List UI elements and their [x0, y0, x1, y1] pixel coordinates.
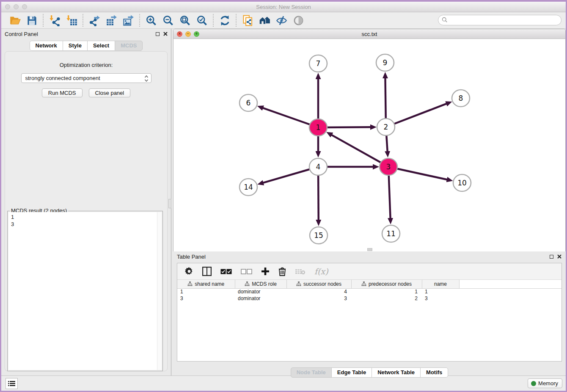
window-title: Session: New Session [1, 4, 566, 10]
import-network-icon[interactable] [48, 14, 61, 27]
table-row[interactable]: 3dominator323 [177, 295, 561, 302]
network-window-title: scc.txt [173, 31, 565, 37]
home-view-icon[interactable] [258, 14, 271, 27]
network-view-window: scc.txt × − + 7968124314101511 [173, 29, 566, 251]
optimization-criterion-label: Optimization criterion: [5, 62, 167, 68]
tab-motifs[interactable]: Motifs [420, 367, 448, 378]
node-table-container: f(x) shared nameMCDS rolesuccessor nodes… [177, 263, 562, 362]
table-cell[interactable]: dominator [235, 295, 286, 302]
tab-edge-table[interactable]: Edge Table [331, 367, 372, 378]
node-label-15: 15 [314, 231, 323, 240]
mcds-panel-body: Optimization criterion: strongly connect… [5, 51, 168, 371]
criterion-dropdown[interactable]: strongly connected component [21, 73, 151, 83]
add-column-icon[interactable] [261, 266, 270, 277]
tab-select[interactable]: Select [87, 41, 115, 51]
table-toolbar: f(x) [177, 263, 561, 280]
node-label-9: 9 [383, 58, 388, 67]
tab-style[interactable]: Style [63, 41, 88, 51]
table-cell[interactable]: 2 [351, 295, 422, 302]
result-scrollbar[interactable] [157, 212, 162, 370]
import-table-icon[interactable] [65, 14, 78, 27]
tab-node-table[interactable]: Node Table [291, 367, 332, 378]
node-label-3: 3 [386, 163, 391, 171]
node-label-11: 11 [386, 229, 396, 238]
close-panel-icon[interactable] [163, 32, 168, 36]
control-panel-tabs: NetworkStyleSelectMCDS [1, 41, 171, 51]
splitter-grip[interactable] [168, 199, 171, 208]
column-header-name[interactable]: name [422, 280, 459, 288]
memory-button[interactable]: Memory [528, 378, 562, 388]
mcds-result-text[interactable]: 1 3 [8, 212, 162, 370]
float-table-panel-icon[interactable] [550, 255, 553, 259]
statusbar: Memory [1, 375, 566, 391]
settings-gear-icon[interactable] [185, 266, 193, 277]
node-label-2: 2 [384, 123, 388, 131]
search-icon [442, 17, 448, 23]
run-mcds-button[interactable]: Run MCDS [42, 88, 83, 97]
table-cell-empty [459, 288, 561, 295]
main-toolbar [1, 12, 566, 29]
delete-table-icon-disabled [295, 266, 306, 277]
close-panel-button[interactable]: Close panel [89, 88, 131, 97]
function-builder-icon-disabled: f(x) [314, 266, 328, 277]
export-table-icon[interactable] [105, 14, 118, 27]
chevron-up-down-icon [144, 75, 149, 82]
duplicate-network-icon[interactable] [241, 14, 254, 27]
node-label-4: 4 [316, 163, 321, 171]
export-network-icon[interactable] [88, 14, 101, 27]
search-input[interactable] [438, 15, 561, 25]
network-canvas[interactable]: 7968124314101511 [173, 39, 565, 251]
split-column-icon[interactable] [202, 266, 212, 277]
table-cell[interactable]: 1 [351, 288, 422, 295]
table-cell[interactable]: 3 [286, 295, 351, 302]
close-table-panel-icon[interactable] [557, 254, 561, 259]
refresh-layout-icon[interactable] [218, 14, 231, 27]
open-session-icon[interactable] [8, 14, 21, 27]
canvas-scrollbar-grip[interactable] [367, 248, 372, 251]
edge-3-1[interactable] [331, 135, 388, 167]
table-panel: Table Panel [173, 251, 566, 375]
table-cell[interactable]: 3 [422, 295, 459, 302]
task-history-button[interactable] [6, 378, 18, 389]
memory-button-label: Memory [538, 380, 558, 386]
deselect-all-checkboxes-icon[interactable] [241, 266, 252, 277]
search-field [438, 15, 561, 25]
show-graphics-details-icon[interactable] [292, 14, 305, 27]
node-table[interactable]: shared nameMCDS rolesuccessor nodesprede… [177, 280, 561, 302]
edge-2-8[interactable] [386, 104, 446, 127]
column-header-predecessor-nodes[interactable]: predecessor nodes [351, 280, 422, 288]
memory-status-icon [531, 381, 536, 386]
zoom-selected-icon[interactable] [195, 14, 208, 27]
network-graph[interactable]: 7968124314101511 [173, 39, 565, 251]
zoom-in-icon[interactable] [145, 14, 157, 27]
save-session-icon[interactable] [25, 14, 38, 27]
column-header-successor-nodes[interactable]: successor nodes [286, 280, 351, 288]
application-window: Session: New Session [0, 0, 567, 392]
table-cell[interactable]: 3 [177, 295, 235, 302]
column-header-shared-name[interactable]: shared name [177, 280, 235, 288]
table-cell[interactable]: dominator [235, 288, 286, 295]
hide-graphics-details-icon[interactable] [275, 14, 288, 27]
float-panel-icon[interactable] [156, 32, 160, 36]
table-panel-tabs: Node TableEdge TableNetwork TableMotifs [173, 367, 566, 378]
tab-network[interactable]: Network [30, 41, 63, 51]
column-header-MCDS-role[interactable]: MCDS role [235, 280, 286, 288]
tab-network-table[interactable]: Network Table [372, 367, 421, 378]
delete-column-icon[interactable] [278, 266, 286, 277]
node-label-1: 1 [316, 123, 321, 132]
network-window-titlebar[interactable]: scc.txt × − + [173, 29, 565, 39]
zoom-fit-icon[interactable] [179, 14, 191, 27]
table-row[interactable]: 1dominator411 [177, 288, 561, 295]
table-cell[interactable]: 1 [177, 288, 235, 295]
zoom-out-icon[interactable] [162, 14, 174, 27]
control-panel-title: Control Panel [5, 31, 156, 37]
criterion-dropdown-value: strongly connected component [25, 75, 100, 81]
node-label-14: 14 [244, 183, 253, 191]
tab-mcds[interactable]: MCDS [115, 41, 143, 51]
table-cell-empty [459, 295, 561, 302]
select-all-checkboxes-icon[interactable] [220, 266, 232, 277]
table-cell[interactable]: 1 [422, 288, 459, 295]
column-header-empty [459, 280, 561, 288]
export-image-icon[interactable] [122, 14, 135, 27]
table-cell[interactable]: 4 [286, 288, 351, 295]
